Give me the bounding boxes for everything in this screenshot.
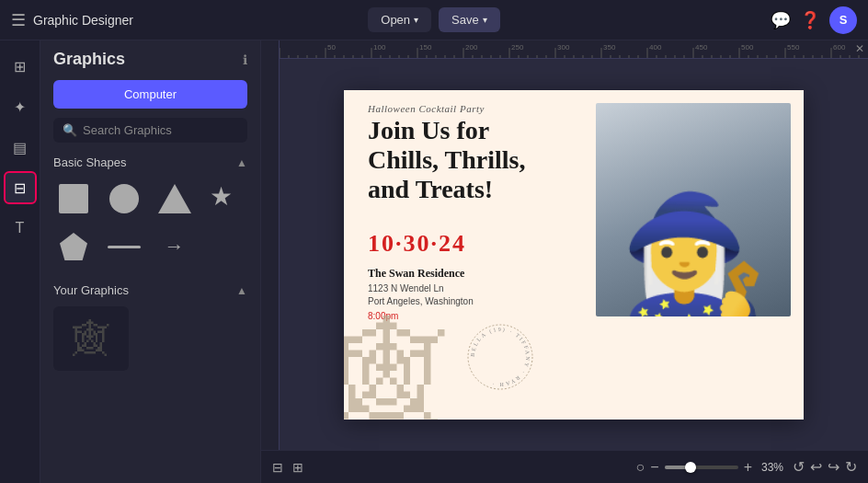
- zoom-slider-thumb: [685, 462, 696, 473]
- help-icon[interactable]: ❓: [800, 10, 820, 30]
- undo-button[interactable]: ↩: [810, 458, 822, 476]
- svg-text:450: 450: [695, 43, 708, 52]
- svg-text:500: 500: [741, 43, 754, 52]
- zoom-slider-fill: [665, 466, 687, 469]
- info-icon[interactable]: ℹ: [243, 52, 247, 67]
- svg-point-76: [468, 325, 532, 389]
- svg-text:150: 150: [419, 43, 432, 52]
- reset-icon[interactable]: ↺: [793, 458, 805, 476]
- witch-emoji: 🧙‍♀️: [619, 197, 768, 316]
- search-box[interactable]: 🔍 Search Graphics: [53, 118, 247, 143]
- shape-pentagon-item[interactable]: [53, 226, 94, 267]
- ruler-corner: [261, 40, 280, 59]
- save-label: Save: [451, 13, 479, 27]
- save-button[interactable]: Save ▾: [439, 7, 500, 32]
- panel-header: Graphics ℹ: [40, 40, 260, 75]
- svg-text:50: 50: [327, 43, 336, 52]
- svg-text:100: 100: [373, 43, 386, 52]
- ruler-ticks: // Will be drawn via inline script below…: [280, 40, 868, 58]
- zoom-plus-button[interactable]: +: [744, 459, 752, 476]
- svg-text:BELLA (19) · TIFFANY · RYAH ·: BELLA (19) · TIFFANY · RYAH ·: [470, 326, 531, 386]
- ruler-top: // Will be drawn via inline script below…: [261, 40, 868, 59]
- svg-text:400: 400: [649, 43, 662, 52]
- shape-line: [108, 246, 141, 248]
- icon-sidebar: ⊞ ✦ ▤ ⊟ T: [0, 40, 40, 483]
- shape-arrow-item[interactable]: →: [154, 226, 195, 267]
- avatar[interactable]: S: [829, 6, 857, 34]
- svg-text:550: 550: [787, 43, 800, 52]
- shape-arrow: →: [165, 235, 185, 259]
- shape-circle: [109, 184, 139, 213]
- graphic-thumb-spider-web[interactable]: 🕸: [53, 306, 129, 371]
- search-icon: 🔍: [63, 123, 77, 137]
- forward-icon[interactable]: ↻: [845, 458, 857, 476]
- ruler-left: [261, 59, 280, 450]
- design-canvas[interactable]: Halloween Cocktail Party Join Us for Chi…: [344, 90, 804, 420]
- your-graphics-label: Your Graphics: [53, 283, 129, 297]
- basic-shapes-collapse-icon: ▲: [236, 156, 247, 169]
- topbar-right: 💬 ❓ S: [511, 6, 857, 34]
- zoom-out-icon[interactable]: ○: [636, 459, 645, 476]
- bottom-toolbar: ⊟ ⊞ ○ − + 33% ↺ ↩ ↪ ↻: [261, 450, 868, 483]
- canvas-address-line2: Port Angeles, Washington: [368, 296, 474, 306]
- spider-web-icon: 🕸: [73, 318, 109, 360]
- main-layout: ⊞ ✦ ▤ ⊟ T Graphics ℹ Computer 🔍 Search G…: [0, 40, 868, 483]
- topbar-left: ☰ Graphic Designer: [11, 10, 357, 30]
- topbar-center: Open ▾ Save ▾: [368, 7, 499, 32]
- ruler-close-icon[interactable]: ✕: [855, 42, 864, 55]
- svg-text:250: 250: [511, 43, 524, 52]
- canvas-scroll: Halloween Cocktail Party Join Us for Chi…: [280, 59, 868, 450]
- canvas-venue-name: The Swan Residence: [368, 267, 464, 281]
- your-graphics-collapse-icon: ▲: [236, 284, 247, 297]
- shape-triangle-item[interactable]: [154, 178, 195, 219]
- canvas-circular-stamp: BELLA (19) · TIFFANY · RYAH ·: [463, 320, 537, 394]
- canvas-date: 10·30·24: [368, 230, 466, 258]
- your-graphics-header[interactable]: Your Graphics ▲: [40, 274, 260, 303]
- open-label: Open: [381, 13, 410, 27]
- shape-triangle: [158, 184, 191, 213]
- zoom-controls: ○ − + 33%: [636, 459, 783, 476]
- sidebar-item-text[interactable]: T: [4, 212, 37, 245]
- svg-text:600: 600: [833, 43, 846, 52]
- basic-shapes-label: Basic Shapes: [53, 155, 127, 169]
- sidebar-item-home[interactable]: ⊞: [4, 50, 37, 83]
- topbar: ☰ Graphic Designer Open ▾ Save ▾ 💬 ❓ S: [0, 0, 868, 40]
- svg-text:300: 300: [557, 43, 570, 52]
- computer-button[interactable]: Computer: [53, 80, 247, 109]
- menu-icon[interactable]: ☰: [11, 10, 26, 30]
- graphics-panel: Graphics ℹ Computer 🔍 Search Graphics Ba…: [40, 40, 261, 483]
- zoom-slider[interactable]: [665, 466, 738, 469]
- open-chevron-icon: ▾: [414, 15, 418, 25]
- shape-square: [59, 184, 88, 213]
- svg-text:350: 350: [603, 43, 616, 52]
- save-chevron-icon: ▾: [483, 15, 487, 25]
- search-placeholder: Search Graphics: [83, 123, 172, 137]
- open-button[interactable]: Open ▾: [368, 7, 431, 32]
- your-graphics-grid: 🕸: [40, 303, 260, 378]
- shape-pentagon: [60, 233, 87, 260]
- layers-button[interactable]: ⊟: [272, 460, 283, 475]
- shape-line-item[interactable]: [104, 226, 144, 267]
- shape-star-item[interactable]: ★: [204, 178, 245, 219]
- app-title: Graphic Designer: [33, 13, 133, 28]
- sidebar-item-graphics[interactable]: ⊟: [4, 171, 37, 204]
- panel-title: Graphics: [53, 50, 125, 69]
- canvas-spider-web-corner: 🕸: [344, 318, 445, 420]
- sidebar-item-layers[interactable]: ▤: [4, 131, 37, 164]
- canvas-with-ruler: Halloween Cocktail Party Join Us for Chi…: [261, 59, 868, 450]
- canvas-event-label: Halloween Cocktail Party: [368, 103, 485, 114]
- shape-square-item[interactable]: [53, 178, 94, 219]
- basic-shapes-header[interactable]: Basic Shapes ▲: [40, 146, 260, 175]
- redo-button[interactable]: ↪: [828, 458, 839, 476]
- ruler-svg: // Will be drawn via inline script below…: [280, 40, 868, 58]
- chat-icon[interactable]: 💬: [771, 10, 791, 30]
- grid-button[interactable]: ⊞: [292, 460, 303, 475]
- shapes-grid: ★ →: [40, 175, 260, 274]
- canvas-witch-photo: 🧙‍♀️: [596, 103, 791, 316]
- shape-star: ★: [210, 184, 239, 213]
- canvas-main-title: Join Us for Chills, Thrills, and Treats!: [368, 116, 561, 205]
- sidebar-item-shapes[interactable]: ✦: [4, 90, 37, 123]
- zoom-minus-button[interactable]: −: [650, 459, 658, 476]
- canvas-area: // Will be drawn via inline script below…: [261, 40, 868, 483]
- shape-circle-item[interactable]: [104, 178, 144, 219]
